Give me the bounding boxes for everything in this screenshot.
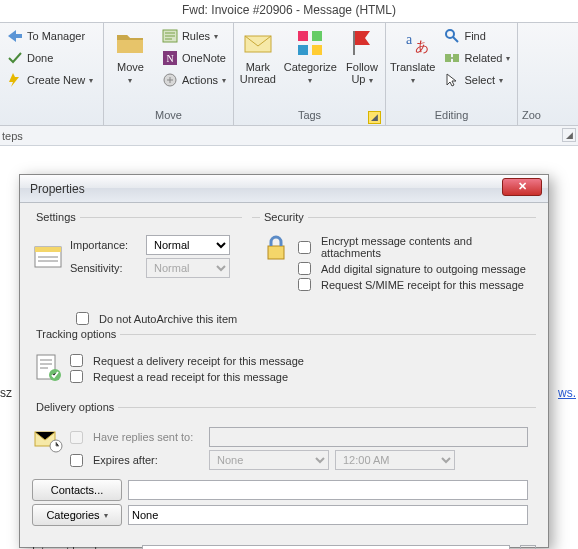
label: Mark	[246, 61, 270, 73]
move-button[interactable]: Move▾	[108, 25, 153, 87]
quick-to-manager[interactable]: To Manager	[4, 26, 99, 46]
autoarchive-checkbox[interactable]	[76, 312, 89, 325]
group-label-editing: Editing	[390, 109, 513, 125]
svg-rect-17	[268, 246, 284, 259]
quick-steps-launcher[interactable]: ◢	[562, 128, 576, 142]
delivery-icon	[32, 424, 64, 456]
importance-label: Importance:	[70, 239, 140, 251]
lightning-icon	[7, 72, 23, 88]
label: Unread	[240, 73, 276, 85]
translate-button[interactable]: aあ Translate▾	[390, 25, 435, 87]
label: Request a delivery receipt for this mess…	[93, 355, 304, 367]
onenote-icon: N	[162, 50, 178, 66]
tags-dialog-launcher[interactable]: ◢	[368, 111, 381, 124]
svg-rect-13	[445, 54, 451, 62]
dialog-title-text: Properties	[30, 182, 85, 196]
sign-checkbox[interactable]	[298, 262, 311, 275]
follow-up-button[interactable]: FollowUp ▾	[343, 25, 381, 87]
group-label-move: Move	[108, 109, 229, 125]
smime-checkbox[interactable]	[298, 278, 311, 291]
internet-headers-textbox[interactable]: Received: from eMAIL.okna.local (10.0.0.…	[142, 545, 510, 549]
mark-unread-button[interactable]: MarkUnread	[238, 25, 278, 85]
sensitivity-select[interactable]: Normal	[146, 258, 230, 278]
chevron-down-icon: ▾	[308, 76, 312, 85]
svg-rect-6	[312, 31, 322, 41]
related-button[interactable]: Related▾	[441, 48, 513, 68]
expires-checkbox[interactable]	[70, 454, 83, 467]
security-legend: Security	[260, 211, 308, 223]
dialog-titlebar[interactable]: Properties ✕	[20, 175, 548, 203]
settings-legend: Settings	[32, 211, 80, 223]
group-label	[4, 109, 99, 125]
headers-label: Internet headers:	[32, 545, 136, 549]
label: teps	[0, 130, 23, 142]
encrypt-checkbox[interactable]	[298, 241, 311, 254]
label: Actions	[182, 74, 218, 86]
envelope-icon	[242, 27, 274, 59]
svg-rect-16	[35, 247, 61, 252]
quick-create-new[interactable]: Create New ▾	[4, 70, 99, 90]
label: Add digital signature to outgoing messag…	[321, 263, 526, 275]
chevron-down-icon: ▾	[89, 76, 93, 85]
chevron-down-icon: ▾	[369, 76, 373, 85]
svg-text:あ: あ	[415, 39, 429, 54]
expires-date-select[interactable]: None	[209, 450, 329, 470]
receipt-icon	[32, 351, 64, 383]
categories-button[interactable]: Categories ▾	[32, 504, 122, 526]
headers-expand-button[interactable]	[520, 545, 536, 549]
svg-rect-14	[453, 54, 459, 62]
group-label-tags: Tags ◢	[238, 109, 381, 125]
svg-rect-7	[298, 45, 308, 55]
find-button[interactable]: Find	[441, 26, 513, 46]
replies-input[interactable]	[209, 427, 528, 447]
hyperlink-fragment[interactable]: ws.	[558, 386, 576, 400]
text-fragment: sz	[0, 386, 12, 400]
svg-rect-9	[353, 31, 355, 55]
tracking-legend: Tracking options	[32, 328, 120, 340]
label: To Manager	[27, 30, 85, 42]
cursor-icon	[444, 72, 460, 88]
label: Do not AutoArchive this item	[99, 313, 237, 325]
quick-done[interactable]: Done	[4, 48, 99, 68]
label: Select	[464, 74, 495, 86]
rules-button[interactable]: Rules▾	[159, 26, 229, 46]
delivery-receipt-checkbox[interactable]	[70, 354, 83, 367]
read-receipt-checkbox[interactable]	[70, 370, 83, 383]
chevron-down-icon: ▾	[411, 76, 415, 85]
expires-time-select[interactable]: 12:00 AM	[335, 450, 455, 470]
replies-checkbox[interactable]	[70, 431, 83, 444]
svg-rect-8	[312, 45, 322, 55]
select-button[interactable]: Select▾	[441, 70, 513, 90]
importance-select[interactable]: Normal	[146, 235, 230, 255]
ribbon: To Manager Done Create New ▾ Move▾	[0, 22, 578, 126]
label: OneNote	[182, 52, 226, 64]
svg-rect-5	[298, 31, 308, 41]
properties-dialog: Properties ✕ Settings Importance: Normal	[19, 174, 549, 548]
label: Follow	[346, 61, 378, 73]
expires-label: Expires after:	[93, 454, 203, 466]
label: Translate	[390, 61, 435, 73]
window-title: Fwd: Invoice #20906 - Message (HTML)	[0, 0, 578, 22]
label: Request a read receipt for this message	[93, 371, 288, 383]
label: Move	[117, 61, 144, 73]
sensitivity-label: Sensitivity:	[70, 262, 140, 274]
close-button[interactable]: ✕	[502, 178, 542, 196]
flag-icon	[346, 27, 378, 59]
forward-icon	[7, 28, 23, 44]
chevron-down-icon: ▾	[222, 76, 226, 85]
label: Rules	[182, 30, 210, 42]
contacts-input[interactable]	[128, 480, 528, 500]
actions-button[interactable]: Actions▾	[159, 70, 229, 90]
find-icon	[444, 28, 460, 44]
svg-text:a: a	[406, 32, 413, 47]
svg-point-12	[446, 30, 454, 38]
categorize-button[interactable]: Categorize▾	[284, 25, 337, 87]
chevron-down-icon: ▾	[499, 76, 503, 85]
chevron-down-icon: ▾	[506, 54, 510, 63]
chevron-down-icon: ▾	[128, 76, 132, 85]
actions-icon	[162, 72, 178, 88]
onenote-button[interactable]: N OneNote	[159, 48, 229, 68]
label: Find	[464, 30, 485, 42]
contacts-button[interactable]: Contacts...	[32, 479, 122, 501]
categories-input[interactable]	[128, 505, 528, 525]
